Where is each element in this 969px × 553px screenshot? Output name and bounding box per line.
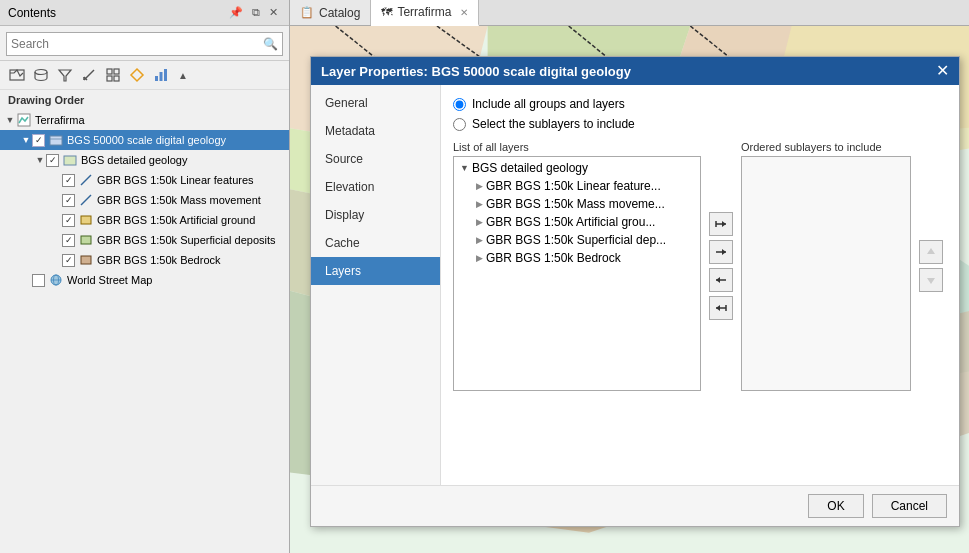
tree-item-terrafirma[interactable]: ▼ Terrafirma: [0, 110, 289, 130]
toolbar-map-btn[interactable]: [6, 64, 28, 86]
toolbar-edit-btn[interactable]: [78, 64, 100, 86]
tree-label-worldstreet: World Street Map: [67, 274, 152, 286]
pin-button[interactable]: 📌: [226, 5, 246, 20]
listbox-item-bedrock[interactable]: ▶ GBR BGS 1:50k Bedrock: [456, 249, 698, 267]
panel-controls: 📌 ⧉ ✕: [226, 5, 281, 20]
nav-general[interactable]: General: [311, 89, 440, 117]
dialog-nav: General Metadata Source Elevation Displa…: [311, 85, 441, 485]
tree-item-artificial[interactable]: ▶ ✓ GBR BGS 1:50k Artificial ground: [0, 210, 289, 230]
expand-arrow-artificial: ▶: [50, 215, 62, 225]
svg-rect-15: [50, 136, 62, 145]
polygon-icon-superficial: [78, 232, 94, 248]
tab-catalog-label: Catalog: [319, 6, 360, 20]
tab-terrafirma[interactable]: 🗺 Terrafirma ✕: [371, 0, 479, 26]
listbox-item-linear[interactable]: ▶ GBR BGS 1:50k Linear feature...: [456, 177, 698, 195]
toolbar-grid-btn[interactable]: [102, 64, 124, 86]
tree-item-linear[interactable]: ▶ ✓ GBR BGS 1:50k Linear features: [0, 170, 289, 190]
checkbox-bgsdetailed[interactable]: ✓: [46, 154, 59, 167]
svg-rect-21: [81, 236, 91, 244]
search-input-wrap[interactable]: 🔍: [6, 32, 283, 56]
svg-marker-55: [722, 249, 726, 255]
listbox-item-arrow-bedrock: ▶: [476, 253, 483, 263]
radio-select-sublayers-label[interactable]: Select the sublayers to include: [472, 117, 635, 131]
search-input[interactable]: [11, 37, 263, 51]
sublayers-label: Ordered sublayers to include: [741, 141, 911, 153]
toolbar-chart-btn[interactable]: [150, 64, 172, 86]
tree-area: ▼ Terrafirma ▼ ✓ BGS 50000 scale digital…: [0, 108, 289, 553]
listbox-item-artificial[interactable]: ▶ GBR BGS 1:50k Artificial grou...: [456, 213, 698, 231]
expand-toolbar-btn[interactable]: ▲: [174, 68, 192, 83]
nav-layers[interactable]: Layers: [311, 257, 440, 285]
svg-rect-6: [107, 69, 112, 74]
expand-arrow-mass: ▶: [50, 195, 62, 205]
listbox-item-superficial[interactable]: ▶ GBR BGS 1:50k Superficial dep...: [456, 231, 698, 249]
checkbox-linear[interactable]: ✓: [62, 174, 75, 187]
tree-item-superficial[interactable]: ▶ ✓ GBR BGS 1:50k Superficial deposits: [0, 230, 289, 250]
nav-cache[interactable]: Cache: [311, 229, 440, 257]
layer-toolbar: ▲: [0, 61, 289, 90]
checkbox-mass[interactable]: ✓: [62, 194, 75, 207]
all-layers-label: List of all layers: [453, 141, 701, 153]
radio-include-all-label[interactable]: Include all groups and layers: [472, 97, 625, 111]
sublayer-up-btn[interactable]: [919, 240, 943, 264]
dialog-body: General Metadata Source Elevation Displa…: [311, 85, 959, 485]
map-canvas[interactable]: Layer Properties: BGS 50000 scale digita…: [290, 26, 969, 553]
checkbox-bedrock[interactable]: ✓: [62, 254, 75, 267]
sublayer-down-btn[interactable]: [919, 268, 943, 292]
tree-item-mass[interactable]: ▶ ✓ GBR BGS 1:50k Mass movement: [0, 190, 289, 210]
toolbar-filter-btn[interactable]: [54, 64, 76, 86]
sublayers-listbox[interactable]: [741, 156, 911, 391]
transfer-all-right-btn[interactable]: [709, 212, 733, 236]
all-layers-listbox[interactable]: ▼ BGS detailed geology ▶ GBR BGS 1:50k L…: [453, 156, 701, 391]
polygon-icon-bedrock: [78, 252, 94, 268]
transfer-right-btn[interactable]: [709, 240, 733, 264]
listbox-item-label-linear: GBR BGS 1:50k Linear feature...: [486, 179, 661, 193]
radio-select-sublayers[interactable]: [453, 118, 466, 131]
dialog-footer: OK Cancel: [311, 485, 959, 526]
tree-item-bgsdetailed[interactable]: ▼ ✓ BGS detailed geology: [0, 150, 289, 170]
listbox-item-arrow-superficial: ▶: [476, 235, 483, 245]
close-panel-button[interactable]: ✕: [266, 5, 281, 20]
transfer-all-left-btn[interactable]: [709, 296, 733, 320]
svg-rect-0: [10, 70, 24, 80]
tree-item-bgs50k[interactable]: ▼ ✓ BGS 50000 scale digital geology: [0, 130, 289, 150]
svg-rect-11: [155, 76, 158, 81]
svg-rect-7: [114, 69, 119, 74]
dialog-title-bar: Layer Properties: BGS 50000 scale digita…: [311, 57, 959, 85]
listbox-item-label-mass: GBR BGS 1:50k Mass moveme...: [486, 197, 665, 211]
checkbox-artificial[interactable]: ✓: [62, 214, 75, 227]
checkbox-superficial[interactable]: ✓: [62, 234, 75, 247]
listbox-item-arrow-mass: ▶: [476, 199, 483, 209]
listbox-item-mass[interactable]: ▶ GBR BGS 1:50k Mass moveme...: [456, 195, 698, 213]
expand-arrow-superficial: ▶: [50, 235, 62, 245]
tree-item-worldstreet[interactable]: ▶ ✓ World Street Map: [0, 270, 289, 290]
toolbar-db-btn[interactable]: [30, 64, 52, 86]
svg-rect-8: [107, 76, 112, 81]
tab-terrafirma-label: Terrafirma: [397, 5, 451, 19]
tab-catalog[interactable]: 📋 Catalog: [290, 0, 371, 25]
radio-include-all[interactable]: [453, 98, 466, 111]
nav-elevation[interactable]: Elevation: [311, 173, 440, 201]
tree-item-bedrock[interactable]: ▶ ✓ GBR BGS 1:50k Bedrock: [0, 250, 289, 270]
toolbar-shape-btn[interactable]: [126, 64, 148, 86]
tab-bar: 📋 Catalog 🗺 Terrafirma ✕: [290, 0, 969, 26]
dialog-close-btn[interactable]: ✕: [936, 63, 949, 79]
ok-button[interactable]: OK: [808, 494, 863, 518]
svg-rect-9: [114, 76, 119, 81]
listbox-group-bgs[interactable]: ▼ BGS detailed geology: [456, 159, 698, 177]
checkbox-worldstreet[interactable]: ✓: [32, 274, 45, 287]
nav-source[interactable]: Source: [311, 145, 440, 173]
dialog-title: Layer Properties: BGS 50000 scale digita…: [321, 64, 631, 79]
polygon-icon-artificial: [78, 212, 94, 228]
transfer-left-btn[interactable]: [709, 268, 733, 292]
tree-label-mass: GBR BGS 1:50k Mass movement: [97, 194, 261, 206]
tree-label-linear: GBR BGS 1:50k Linear features: [97, 174, 254, 186]
cancel-button[interactable]: Cancel: [872, 494, 947, 518]
float-button[interactable]: ⧉: [249, 5, 263, 20]
svg-rect-12: [160, 72, 163, 81]
tab-close-btn[interactable]: ✕: [460, 7, 468, 18]
checkbox-bgs50k[interactable]: ✓: [32, 134, 45, 147]
nav-display[interactable]: Display: [311, 201, 440, 229]
all-layers-panel: List of all layers ▼ BGS detailed geolog…: [453, 141, 701, 391]
nav-metadata[interactable]: Metadata: [311, 117, 440, 145]
